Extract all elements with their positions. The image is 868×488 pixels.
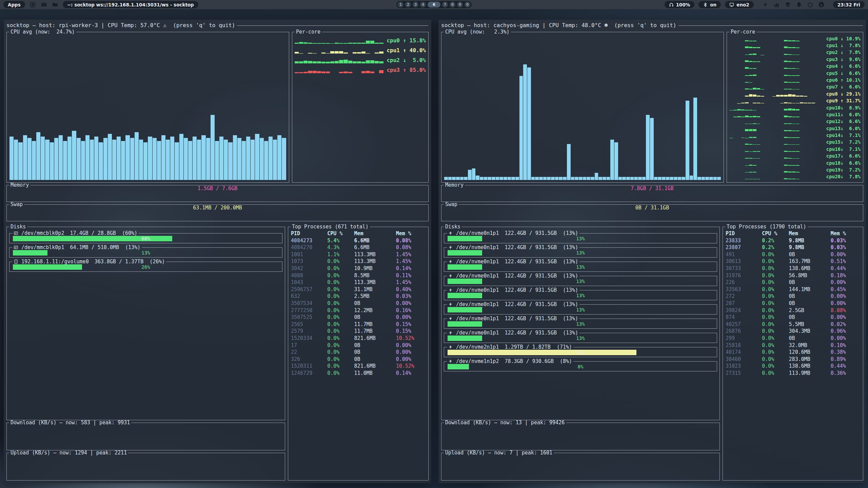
title-rule [237,25,428,26]
upload-label: Upload (KB/s) — now: 7 | peak: 1601 [444,450,554,455]
graph-bar [233,135,237,180]
swap-usage-text: 0B / 31.1GB [444,205,861,211]
process-cell: 6.6MB [354,237,396,244]
layers-icon[interactable] [785,2,791,7]
power-icon[interactable] [807,2,813,7]
graph-bar [237,138,241,180]
disk-entry: /dev/nvme0n1p1122.4GB / 931.5GB (13%)13% [444,245,717,258]
memory-panel: Memory 7.8GB / 31.1GB [441,183,863,202]
graph-bar [792,95,796,97]
workspace-7[interactable]: 7 [442,2,448,7]
upload-panel: Upload (KB/s) — now: 1294 | peak: 2211 [6,450,285,481]
graph-bar [788,68,792,69]
disk-size: 78.3GB / 930.6GB (8%) [505,359,572,364]
graph-bar [796,47,800,48]
graph-bar [587,177,590,180]
workspace-4[interactable]: 4 [420,2,426,7]
disk-legend: /dev/nvme0n1p1122.4GB / 931.5GB (13%) [447,330,579,335]
terminal-window-right[interactable]: socktop — host: cachyos-gaming | CPU Tem… [438,20,866,483]
process-cell: 120.6MB [789,349,831,356]
upload-panel: Upload (KB/s) — now: 7 | peak: 1601 [441,450,720,481]
graph-bar [157,141,161,180]
cpu2-usage-label: cpu2 ↓ 7.8% [826,50,861,56]
process-cell: 1.45% [396,279,426,286]
mail-icon[interactable] [41,2,47,7]
window-icon[interactable] [30,2,36,7]
process-cell: 0.08% [396,244,426,251]
disk-entry: /dev/nvme1n1p278.3GB / 930.6GB (8%)8% [444,359,717,371]
workspace-6[interactable]: 6 [428,2,440,7]
process-cell: 31.1MB [354,286,396,293]
graph-bar [555,177,559,180]
graph-bar [784,54,788,55]
process-cell: 0B [354,349,396,356]
workspace-1[interactable]: 1 [398,2,403,7]
graph-bar [99,142,103,180]
cpu13-usage-label: cpu13↓ 6.0% [826,126,861,132]
process-cell: 0.0% [762,258,789,265]
workspace-3[interactable]: 3 [413,2,418,7]
graph-bar [361,43,366,44]
graph-bar [745,116,749,117]
memory-panel: Memory 1.5GB / 7.6GB [6,183,429,202]
bolt-icon [448,231,453,236]
graph-bar [682,177,685,180]
graph-bar [745,151,749,152]
graph-bar [788,158,792,159]
graph-bar [36,132,40,180]
disk-legend: /dev/nvme0n1p1122.4GB / 931.5GB (13%) [447,245,579,250]
graph-bar [366,41,370,44]
graph-bar [343,43,348,44]
graph-bar [745,179,749,180]
bolt-icon[interactable] [763,2,768,7]
process-cell: 1520334 [291,335,327,342]
graph-bar [749,82,753,83]
process-cell: 207 [726,300,762,307]
graph-bar [339,72,343,73]
stats-icon[interactable] [774,2,780,7]
bell-icon[interactable] [796,2,802,7]
process-cell: 22 [291,349,327,356]
graph-bar [784,89,788,90]
workspace-9[interactable]: 9 [457,2,463,7]
folder-icon[interactable] [52,2,58,7]
upload-graph [443,455,718,458]
disk-entry: /dev/nvme0n1p1122.4GB / 931.5GB (13%)13% [444,316,717,329]
graph-bar [125,135,130,180]
window-title-pill[interactable]: ~: socktop ws://192.168.1.104:3031/ws - … [63,1,198,8]
apps-button[interactable]: Apps [3,1,25,8]
bluetooth-pill[interactable]: on [698,1,721,8]
workspace-2[interactable]: 2 [405,2,411,7]
terminal-window-left[interactable]: socktop — host: rpi-worker-3 | CPU Temp:… [4,20,431,483]
graph-bar [531,177,535,180]
graph-bar [618,177,622,180]
graph-bar [788,47,792,48]
graph-bar [796,130,800,131]
core-row-cpu3: cpu3 ↓ 9.6% [729,56,861,63]
process-cell: 632 [291,293,327,300]
workspace-0[interactable]: 0 [465,2,470,7]
volume-pill[interactable]: 100% [665,1,695,8]
graph-bar [135,132,139,180]
graph-bar [753,103,756,103]
workspace-8[interactable]: 8 [450,2,455,7]
upload-label: Upload (KB/s) — now: 1294 | peak: 2211 [9,450,128,455]
graph-bar [480,177,484,180]
activity-icon[interactable] [818,2,824,7]
cpu2-sparkline [729,49,823,56]
network-pill[interactable]: eno2 [725,1,753,8]
clock-pill[interactable]: 23:32 Fri [833,1,865,8]
graph-bar [796,172,800,172]
core-row-cpu1: cpu1 ↓ 7.8% [729,42,861,49]
graph-bar [670,177,673,180]
graph-bar [757,144,761,145]
disk-size: 122.4GB / 931.5GB (13%) [505,317,578,321]
graph-bar [626,177,630,180]
disk-entry: /dev/mmcblk0p164.1MB / 510.0MB (13%)13% [9,245,282,258]
graph-bar [796,103,800,103]
graph-bar [788,137,792,138]
process-cell: 0.0% [762,314,789,321]
graph-bar [761,96,764,97]
disk-usage-bar [13,264,82,270]
disks-label: Disks [9,224,27,229]
